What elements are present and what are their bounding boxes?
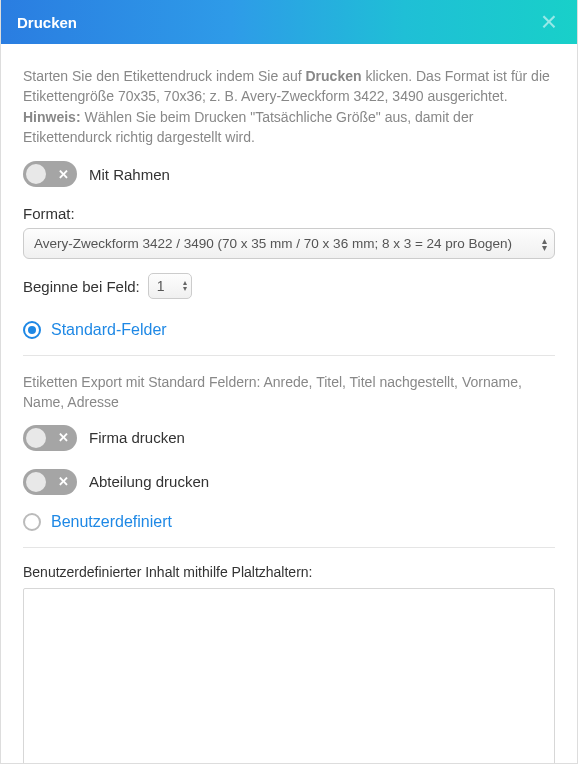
toggle-frame[interactable]: ✕ xyxy=(23,161,77,187)
standard-desc: Etiketten Export mit Standard Feldern: A… xyxy=(23,372,555,413)
toggle-knob xyxy=(26,164,46,184)
toggle-dept[interactable]: ✕ xyxy=(23,469,77,495)
toggle-firm[interactable]: ✕ xyxy=(23,425,77,451)
radio-custom[interactable] xyxy=(23,513,41,531)
radio-custom-label: Benutzerdefiniert xyxy=(51,513,172,531)
radio-custom-row[interactable]: Benutzerdefiniert xyxy=(23,513,555,531)
radio-standard-label: Standard-Felder xyxy=(51,321,167,339)
intro-bold-drucken: Drucken xyxy=(306,68,362,84)
radio-standard[interactable] xyxy=(23,321,41,339)
toggle-dept-row: ✕ Abteilung drucken xyxy=(23,469,555,495)
toggle-frame-row: ✕ Mit Rahmen xyxy=(23,161,555,187)
format-select-wrap: Avery-Zweckform 3422 / 3490 (70 x 35 mm … xyxy=(23,228,555,259)
toggle-x-icon: ✕ xyxy=(58,430,69,445)
toggle-x-icon: ✕ xyxy=(58,167,69,182)
close-icon[interactable]: × xyxy=(537,8,561,36)
radio-standard-row[interactable]: Standard-Felder xyxy=(23,321,555,339)
toggle-knob xyxy=(26,472,46,492)
intro-hint-text: Wählen Sie beim Drucken "Tatsächliche Gr… xyxy=(23,109,473,145)
toggle-knob xyxy=(26,428,46,448)
format-select[interactable]: Avery-Zweckform 3422 / 3490 (70 x 35 mm … xyxy=(23,228,555,259)
radio-dot xyxy=(28,326,36,334)
custom-content-textarea[interactable] xyxy=(23,588,555,763)
toggle-firm-row: ✕ Firma drucken xyxy=(23,425,555,451)
dialog-body: Starten Sie den Etikettendruck indem Sie… xyxy=(1,44,577,763)
intro-pre: Starten Sie den Etikettendruck indem Sie… xyxy=(23,68,306,84)
toggle-firm-label: Firma drucken xyxy=(89,429,185,446)
intro-text: Starten Sie den Etikettendruck indem Sie… xyxy=(23,66,555,147)
print-dialog: Drucken × Starten Sie den Etikettendruck… xyxy=(0,0,578,764)
intro-hint-bold: Hinweis: xyxy=(23,109,81,125)
separator xyxy=(23,547,555,548)
start-field-select-wrap: 1 ▴▾ xyxy=(148,273,192,299)
toggle-dept-label: Abteilung drucken xyxy=(89,473,209,490)
toggle-x-icon: ✕ xyxy=(58,474,69,489)
start-field-select[interactable]: 1 xyxy=(148,273,192,299)
start-field-row: Beginne bei Feld: 1 ▴▾ xyxy=(23,273,555,299)
dialog-header: Drucken × xyxy=(1,0,577,44)
toggle-frame-label: Mit Rahmen xyxy=(89,166,170,183)
dialog-title: Drucken xyxy=(17,14,77,31)
format-label: Format: xyxy=(23,205,555,222)
custom-content-label: Benutzerdefinierter Inhalt mithilfe Plal… xyxy=(23,564,555,580)
start-field-label: Beginne bei Feld: xyxy=(23,278,140,295)
separator xyxy=(23,355,555,356)
